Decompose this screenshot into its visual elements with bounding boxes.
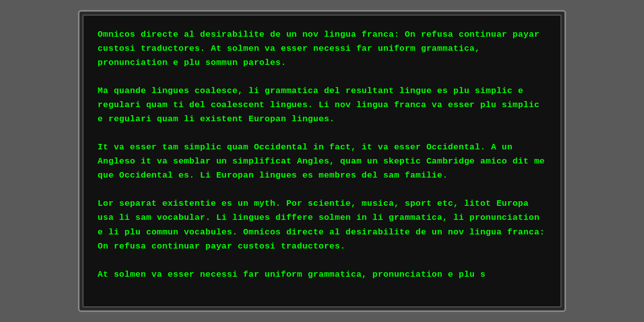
paragraph-3-text: It va esser tam simplic quam Occidental … — [98, 142, 545, 180]
paragraph-2-text: Ma quande lingues coalesce, li grammatic… — [98, 86, 539, 124]
paragraph-4-text: Lor separat existentie es un myth. Por s… — [98, 199, 545, 251]
window-frame: Omnicos directe al desirabilite de un no… — [78, 10, 566, 312]
paragraph-1-text: Omnicos directe al desirabilite de un no… — [98, 30, 539, 67]
terminal-content: Omnicos directe al desirabilite de un no… — [98, 28, 546, 282]
paragraph-2: Ma quande lingues coalesce, li grammatic… — [98, 84, 546, 126]
terminal-screen: Omnicos directe al desirabilite de un no… — [83, 15, 561, 307]
paragraph-1: Omnicos directe al desirabilite de un no… — [98, 28, 546, 70]
paragraph-5: At solmen va esser necessi far uniform g… — [98, 268, 546, 282]
paragraph-5-text: At solmen va esser necessi far uniform g… — [98, 270, 486, 279]
paragraph-4: Lor separat existentie es un myth. Por s… — [98, 197, 546, 253]
paragraph-3: It va esser tam simplic quam Occidental … — [98, 140, 546, 183]
